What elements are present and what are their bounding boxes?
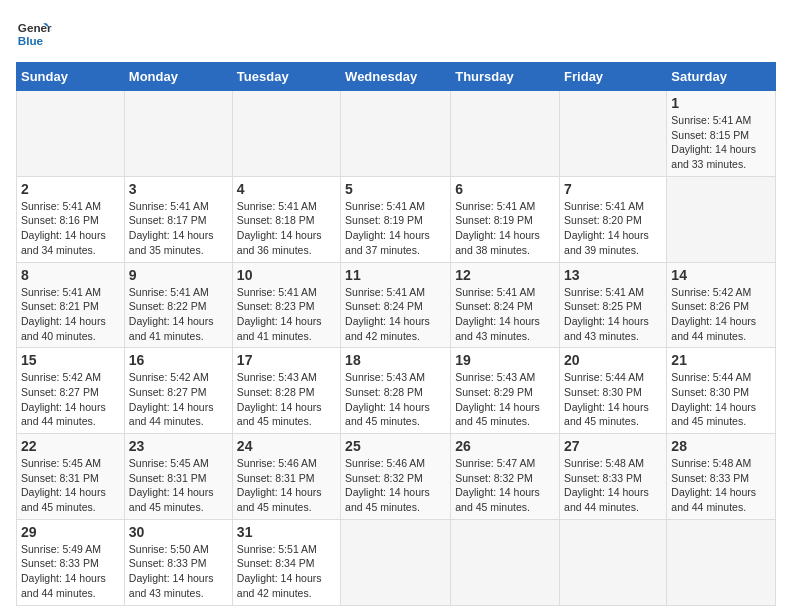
calendar-day: 1Sunrise: 5:41 AMSunset: 8:15 PMDaylight… (667, 91, 776, 177)
calendar-header-row: SundayMondayTuesdayWednesdayThursdayFrid… (17, 63, 776, 91)
calendar-day: 20Sunrise: 5:44 AMSunset: 8:30 PMDayligh… (560, 348, 667, 434)
calendar-day: 22Sunrise: 5:45 AMSunset: 8:31 PMDayligh… (17, 434, 125, 520)
calendar-day: 4Sunrise: 5:41 AMSunset: 8:18 PMDaylight… (232, 176, 340, 262)
logo-icon: General Blue (16, 16, 52, 52)
calendar-week-row: 1Sunrise: 5:41 AMSunset: 8:15 PMDaylight… (17, 91, 776, 177)
calendar-day: 14Sunrise: 5:42 AMSunset: 8:26 PMDayligh… (667, 262, 776, 348)
calendar-day: 25Sunrise: 5:46 AMSunset: 8:32 PMDayligh… (341, 434, 451, 520)
calendar-week-row: 29Sunrise: 5:49 AMSunset: 8:33 PMDayligh… (17, 519, 776, 605)
calendar-day: 2Sunrise: 5:41 AMSunset: 8:16 PMDaylight… (17, 176, 125, 262)
svg-text:Blue: Blue (18, 34, 44, 47)
calendar-day: 24Sunrise: 5:46 AMSunset: 8:31 PMDayligh… (232, 434, 340, 520)
calendar-day: 6Sunrise: 5:41 AMSunset: 8:19 PMDaylight… (451, 176, 560, 262)
calendar-day: 18Sunrise: 5:43 AMSunset: 8:28 PMDayligh… (341, 348, 451, 434)
header-monday: Monday (124, 63, 232, 91)
calendar-day: 13Sunrise: 5:41 AMSunset: 8:25 PMDayligh… (560, 262, 667, 348)
empty-cell (667, 519, 776, 605)
calendar-day: 5Sunrise: 5:41 AMSunset: 8:19 PMDaylight… (341, 176, 451, 262)
header-tuesday: Tuesday (232, 63, 340, 91)
calendar-day: 10Sunrise: 5:41 AMSunset: 8:23 PMDayligh… (232, 262, 340, 348)
empty-cell (232, 91, 340, 177)
empty-cell (560, 519, 667, 605)
header-thursday: Thursday (451, 63, 560, 91)
calendar-week-row: 22Sunrise: 5:45 AMSunset: 8:31 PMDayligh… (17, 434, 776, 520)
calendar-day: 23Sunrise: 5:45 AMSunset: 8:31 PMDayligh… (124, 434, 232, 520)
calendar-day: 16Sunrise: 5:42 AMSunset: 8:27 PMDayligh… (124, 348, 232, 434)
calendar-table: SundayMondayTuesdayWednesdayThursdayFrid… (16, 62, 776, 606)
calendar-day: 28Sunrise: 5:48 AMSunset: 8:33 PMDayligh… (667, 434, 776, 520)
logo: General Blue (16, 16, 56, 52)
calendar-day: 29Sunrise: 5:49 AMSunset: 8:33 PMDayligh… (17, 519, 125, 605)
header-saturday: Saturday (667, 63, 776, 91)
empty-cell (560, 91, 667, 177)
calendar-day: 9Sunrise: 5:41 AMSunset: 8:22 PMDaylight… (124, 262, 232, 348)
empty-cell (451, 91, 560, 177)
header-wednesday: Wednesday (341, 63, 451, 91)
calendar-day: 30Sunrise: 5:50 AMSunset: 8:33 PMDayligh… (124, 519, 232, 605)
empty-cell (124, 91, 232, 177)
calendar-week-row: 2Sunrise: 5:41 AMSunset: 8:16 PMDaylight… (17, 176, 776, 262)
calendar-day: 12Sunrise: 5:41 AMSunset: 8:24 PMDayligh… (451, 262, 560, 348)
empty-cell (341, 519, 451, 605)
empty-cell (341, 91, 451, 177)
calendar-day: 17Sunrise: 5:43 AMSunset: 8:28 PMDayligh… (232, 348, 340, 434)
empty-cell (17, 91, 125, 177)
header-sunday: Sunday (17, 63, 125, 91)
calendar-week-row: 15Sunrise: 5:42 AMSunset: 8:27 PMDayligh… (17, 348, 776, 434)
calendar-day: 11Sunrise: 5:41 AMSunset: 8:24 PMDayligh… (341, 262, 451, 348)
empty-cell (667, 176, 776, 262)
calendar-day: 15Sunrise: 5:42 AMSunset: 8:27 PMDayligh… (17, 348, 125, 434)
calendar-day: 19Sunrise: 5:43 AMSunset: 8:29 PMDayligh… (451, 348, 560, 434)
calendar-day: 7Sunrise: 5:41 AMSunset: 8:20 PMDaylight… (560, 176, 667, 262)
calendar-day: 27Sunrise: 5:48 AMSunset: 8:33 PMDayligh… (560, 434, 667, 520)
calendar-week-row: 8Sunrise: 5:41 AMSunset: 8:21 PMDaylight… (17, 262, 776, 348)
calendar-day: 3Sunrise: 5:41 AMSunset: 8:17 PMDaylight… (124, 176, 232, 262)
header-friday: Friday (560, 63, 667, 91)
header: General Blue (16, 16, 776, 52)
calendar-day: 21Sunrise: 5:44 AMSunset: 8:30 PMDayligh… (667, 348, 776, 434)
empty-cell (451, 519, 560, 605)
calendar-day: 31Sunrise: 5:51 AMSunset: 8:34 PMDayligh… (232, 519, 340, 605)
calendar-day: 8Sunrise: 5:41 AMSunset: 8:21 PMDaylight… (17, 262, 125, 348)
svg-text:General: General (18, 21, 52, 34)
calendar-day: 26Sunrise: 5:47 AMSunset: 8:32 PMDayligh… (451, 434, 560, 520)
